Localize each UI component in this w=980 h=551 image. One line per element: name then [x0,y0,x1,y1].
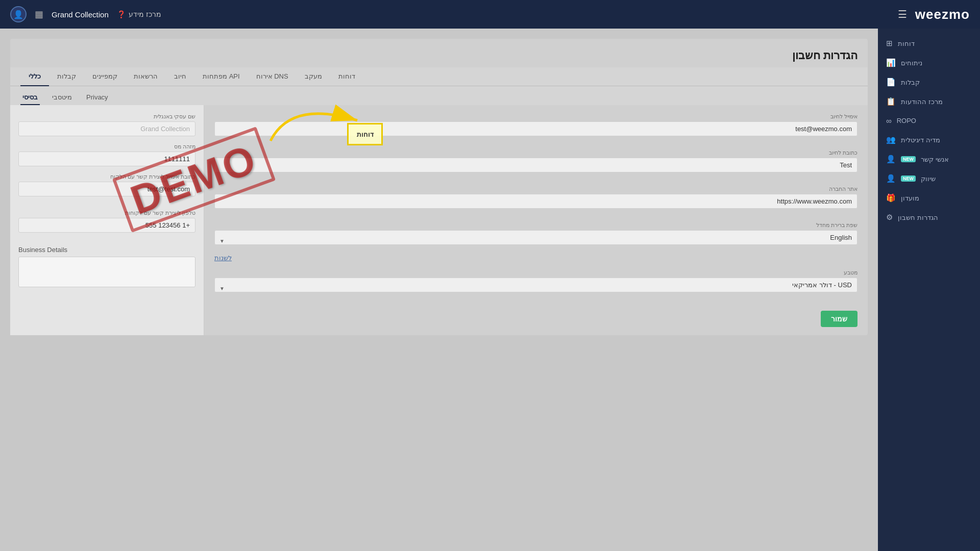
sidebar-item-messages[interactable]: מרכז ההודעות 📋 [878,92,980,111]
messages-icon: 📋 [886,97,896,106]
help-label: מרכז מידע [129,10,161,18]
billing-address-label: כתובת לחיוב [214,149,857,156]
store-name[interactable]: Grand Collection [52,10,109,19]
store-icon: ▦ [35,9,43,20]
subtab-mitsubi[interactable]: מיטסבי [50,90,74,105]
user-avatar-icon[interactable]: 👤 [10,6,27,22]
contact-phone-group: טלפון ליצירת קשר עם לקוחות [18,210,195,239]
sidebar-label-analytics: ניתוחים [901,59,922,67]
contact-email-group: כתובת אימייל ליצירת קשר עם הלקוח [18,173,195,203]
tab-billing[interactable]: חיוב [166,67,194,86]
sidebar-label-club: מועדון [901,194,919,202]
receipts-icon: 📄 [886,78,896,87]
business-name-value: Grand Collection [18,121,195,136]
navbar-left: 👤 ▦ Grand Collection ❓ מרכז מידע [10,6,161,22]
help-center[interactable]: ❓ מרכז מידע [117,10,161,18]
default-language-label: שפת ברירת מחדל [214,222,857,229]
contacts-new-badge: NEW [901,156,916,162]
sidebar-label-contacts: אנשי קשר [921,156,949,163]
currency-group: מטבע USD - דולר אמריקאי ILS - שקל EUR - … [214,269,857,298]
tabs-row: כללי קבלות קמפיינים הרשאות חיוב API מפתח… [10,67,868,86]
help-icon: ❓ [117,10,126,18]
settings-title: הגדרות חשבון [10,39,868,67]
tab-general[interactable]: כללי [20,67,49,86]
settings-panel: הגדרות חשבון כללי קבלות קמפיינים הרשאות … [10,39,868,335]
sidebar-label-receipts: קבלות [901,79,920,86]
sidebar-item-ropo[interactable]: ROPO ∞ [878,111,980,130]
save-button[interactable]: שמור [821,311,857,327]
sidebar-item-contacts[interactable]: אנשי קשר NEW 👤 [878,149,980,169]
account-settings-icon: ⚙ [886,213,893,222]
highlighted-tab-label: דוחות [357,131,374,138]
contact-email-input[interactable] [18,182,195,196]
language-select[interactable]: English Hebrew [214,230,857,245]
contacts-icon: 👤 [886,155,896,164]
tab-dns[interactable]: DNS אירוח [248,67,297,86]
sidebar-item-reports[interactable]: דוחות ⊞ [878,34,980,53]
currency-label: מטבע [214,269,857,276]
form-main: אימייל לחיוב כתובת לחיוב אתר החברה [204,105,868,335]
sidebar-label-account-settings: הגדרות חשבון [898,214,938,221]
sidebar-item-receipts[interactable]: קבלות 📄 [878,72,980,92]
weezmo-logo: weezmo [915,7,970,22]
business-name-group: שם עסקי באנגלית Grand Collection [18,113,195,136]
contact-phone-input[interactable] [18,218,195,233]
club-icon: 🎁 [886,193,896,203]
sidebar-label-marketing: שיווק [921,175,936,183]
billing-email-group: אימייל לחיוב [214,113,857,142]
reports-icon: ⊞ [886,39,893,48]
currency-dropdown-wrapper: USD - דולר אמריקאי ILS - שקל EUR - יורו … [214,278,857,298]
ropo-icon: ∞ [886,116,892,125]
subtab-basic[interactable]: בסיסי [20,90,40,105]
sidebar: דוחות ⊞ ניתוחים 📊 קבלות 📄 מרכז ההודעות 📋… [878,29,980,551]
sidebar-item-analytics[interactable]: ניתוחים 📊 [878,53,980,72]
contact-phone-label: טלפון ליצירת קשר עם לקוחות [18,210,195,216]
subtab-privacy[interactable]: Privacy [84,90,110,105]
marketing-new-badge: NEW [901,176,916,182]
business-details-textarea[interactable] [18,257,195,287]
default-language-group: שפת ברירת מחדל English Hebrew ▼ לשנות [214,222,857,262]
form-two-col: אימייל לחיוב כתובת לחיוב אתר החברה [10,105,868,335]
sidebar-label-digital-media: מדיה דיגיטלית [901,136,940,144]
tax-id-group: מזהה מס 1111111 [18,143,195,166]
navbar-right: ☰ weezmo [898,7,970,22]
company-website-input[interactable] [214,194,857,209]
change-link[interactable]: לשנות [214,254,232,262]
sidebar-label-messages: מרכז ההודעות [901,98,943,106]
billing-address-input[interactable] [214,158,857,172]
tab-api[interactable]: API מפתחות [194,67,248,86]
business-details-group: Business Details [18,246,195,289]
sidebar-item-account-settings[interactable]: הגדרות חשבון ⚙ [878,208,980,227]
main-container: DEMO דוחות הגדרות חשבון כללי קבלות קמפיי… [0,29,980,551]
hamburger-icon[interactable]: ☰ [898,8,907,20]
billing-email-label: אימייל לחיוב [214,113,857,120]
tax-id-value: 1111111 [18,152,195,166]
tab-receipts[interactable]: קבלות [49,67,84,86]
digital-media-icon: 👥 [886,135,896,144]
tab-reports[interactable]: דוחות [330,67,363,86]
sidebar-label-ropo: ROPO [897,117,916,124]
highlighted-tab-box: דוחות [347,123,383,145]
tax-id-label: מזהה מס [18,143,195,150]
sidebar-item-digital-media[interactable]: מדיה דיגיטלית 👥 [878,130,980,149]
sidebar-item-marketing[interactable]: שיווק NEW 👤 [878,169,980,188]
marketing-icon: 👤 [886,174,896,183]
sidebar-item-club[interactable]: מועדון 🎁 [878,188,980,208]
tab-tracking[interactable]: מעקב [297,67,330,86]
tab-permissions[interactable]: הרשאות [126,67,166,86]
currency-select[interactable]: USD - דולר אמריקאי ILS - שקל EUR - יורו [214,278,857,292]
tab-campaigns[interactable]: קמפיינים [84,67,126,86]
contact-email-label: כתובת אימייל ליצירת קשר עם הלקוח [18,173,195,180]
business-name-label: שם עסקי באנגלית [18,113,195,120]
subtabs-row: בסיסי מיטסבי Privacy [10,86,868,105]
navbar: 👤 ▦ Grand Collection ❓ מרכז מידע ☰ weezm… [0,0,980,29]
company-website-group: אתר החברה [214,186,857,215]
company-website-label: אתר החברה [214,186,857,192]
business-details-label: Business Details [18,246,195,254]
analytics-icon: 📊 [886,58,896,67]
billing-email-input[interactable] [214,121,857,136]
form-side: שם עסקי באנגלית Grand Collection מזהה מס… [10,105,204,335]
billing-address-group: כתובת לחיוב [214,149,857,179]
content-area: הגדרות חשבון כללי קבלות קמפיינים הרשאות … [0,29,878,551]
sidebar-label-reports: דוחות [898,40,915,47]
